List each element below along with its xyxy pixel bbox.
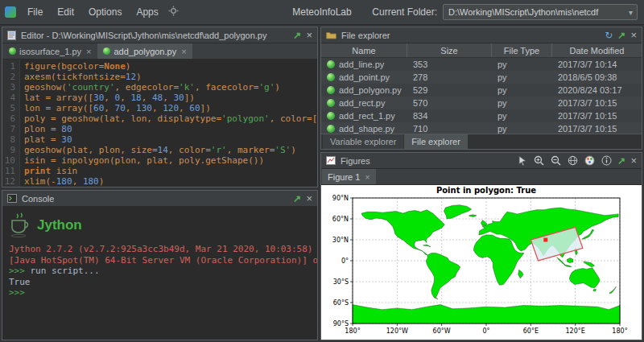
- close-panel-icon[interactable]: ×: [306, 193, 312, 204]
- code-editor[interactable]: 123456789101112 figure(bgcolor=None)axes…: [2, 60, 317, 187]
- code-line: poly = geoshow(lat, lon, displaytype='po…: [24, 113, 317, 124]
- editor-tab-bar: isosurface_1.py×add_polygon.py×: [2, 43, 317, 60]
- code-lines: figure(bgcolor=None)axesm(tickfontsize=1…: [20, 60, 317, 187]
- coffee-cup-icon: [9, 212, 30, 238]
- svg-text:120°W: 120°W: [386, 328, 408, 335]
- zoom-out-icon[interactable]: [550, 155, 562, 167]
- menu-options[interactable]: Options: [81, 5, 129, 19]
- svg-text:180°: 180°: [345, 328, 360, 335]
- code-line: plon = 80: [24, 124, 317, 134]
- console-line: >>>: [9, 287, 311, 299]
- python-file-icon: [327, 125, 335, 133]
- code-line: geoshow('country', edgecolor='k', faceco…: [24, 82, 317, 93]
- editor-tab-add_polygon.py[interactable]: add_polygon.py×: [97, 43, 192, 59]
- svg-text:0°: 0°: [341, 258, 349, 265]
- code-line: xlim(-180, 180): [24, 176, 317, 187]
- console-panel: Console ↗ × Jython Jython 2.7.2 (v2.7.2:…: [2, 190, 318, 340]
- console-banner-line: Jython 2.7.2 (v2.7.2:925a3cc3b49d, Mar 2…: [9, 244, 311, 255]
- table-row[interactable]: add_rect.py570py2017/3/7 10:15: [321, 97, 642, 109]
- console-banner: Jython 2.7.2 (v2.7.2:925a3cc3b49d, Mar 2…: [9, 244, 311, 266]
- float-panel-icon[interactable]: ↗: [617, 31, 625, 40]
- editor-tab-isosurface_1.py[interactable]: isosurface_1.py×: [3, 43, 97, 59]
- svg-text:180°: 180°: [612, 328, 627, 335]
- python-file-icon: [103, 47, 110, 55]
- file-type-cell: py: [492, 109, 552, 122]
- line-number: 7: [2, 124, 15, 134]
- close-panel-icon[interactable]: ×: [630, 155, 637, 166]
- editor-title: Editor - D:\Working\MIScript\Jython\mis\…: [21, 31, 267, 40]
- code-line: geoshow(plat, plon, size=14, color='r', …: [24, 145, 317, 155]
- palette-icon[interactable]: [584, 155, 596, 167]
- zoom-in-icon[interactable]: [533, 155, 545, 167]
- python-file-icon: [9, 47, 16, 55]
- column-header-name[interactable]: Name: [321, 43, 407, 57]
- settings-icon[interactable]: [168, 5, 179, 19]
- file-size-cell: 570: [407, 97, 492, 109]
- column-header-file-type[interactable]: File Type: [492, 43, 552, 57]
- column-header-date-modified[interactable]: Date Modified: [552, 43, 642, 57]
- line-number: 4: [2, 93, 15, 103]
- info-icon[interactable]: [601, 155, 613, 167]
- file-date-cell: 2017/3/7 10:15: [552, 97, 642, 109]
- file-size-cell: 353: [407, 58, 492, 71]
- figures-title: Figures: [341, 156, 370, 166]
- svg-text:30°S: 30°S: [333, 278, 349, 286]
- refresh-icon[interactable]: ↻: [605, 31, 613, 40]
- python-file-icon: [327, 60, 335, 68]
- menu-file[interactable]: File: [20, 5, 50, 19]
- table-row[interactable]: add_rect_1.py834py2017/3/7 10:15: [321, 109, 642, 122]
- console-banner-line: [Java HotSpot(TM) 64-Bit Server VM (Orac…: [9, 255, 311, 266]
- menu-edit[interactable]: Edit: [50, 5, 81, 19]
- close-panel-icon[interactable]: ×: [630, 30, 637, 40]
- close-panel-icon[interactable]: ×: [306, 30, 312, 40]
- tab-close-icon[interactable]: ×: [181, 47, 186, 56]
- file-table-body: add_line.py353py2017/3/7 10:14add_point.…: [321, 58, 642, 134]
- jython-logo: Jython: [9, 209, 311, 241]
- file-type-cell: py: [492, 71, 552, 84]
- line-number: 10: [2, 155, 15, 166]
- tab-label: add_polygon.py: [114, 47, 176, 56]
- file-size-cell: 834: [407, 109, 492, 122]
- line-number: 6: [2, 113, 15, 124]
- table-row[interactable]: add_point.py278py2018/6/5 09:38: [321, 71, 642, 84]
- table-row[interactable]: add_line.py353py2017/3/7 10:14: [321, 58, 642, 71]
- column-header-size[interactable]: Size: [407, 43, 492, 57]
- table-row[interactable]: add_polygon.py529py2020/8/24 03:17: [321, 84, 642, 97]
- file-date-cell: 2017/3/7 10:15: [552, 109, 642, 122]
- current-folder-label: Current Folder:: [372, 6, 437, 18]
- tab-close-icon[interactable]: ×: [86, 47, 91, 56]
- current-folder-combo[interactable]: D:\Working\MIScript\Jython\mis\netcdf ▾: [443, 4, 638, 20]
- tab-close-icon[interactable]: ×: [365, 172, 369, 182]
- svg-text:30°N: 30°N: [332, 237, 349, 244]
- tab-file-explorer[interactable]: File explorer: [404, 134, 468, 149]
- globe-icon[interactable]: [567, 155, 579, 167]
- menu-apps[interactable]: Apps: [129, 5, 165, 19]
- line-number: 5: [2, 103, 15, 113]
- console-output[interactable]: Jython Jython 2.7.2 (v2.7.2:925a3cc3b49d…: [2, 207, 317, 340]
- file-table-header: NameSizeFile TypeDate Modified: [321, 43, 642, 58]
- editor-icon: [7, 31, 16, 40]
- chart-icon: [326, 156, 336, 165]
- float-panel-icon[interactable]: ↗: [293, 194, 301, 204]
- select-arrow-icon[interactable]: [516, 155, 528, 167]
- float-panel-icon[interactable]: ↗: [293, 31, 301, 40]
- file-date-cell: 2017/3/7 10:15: [552, 122, 642, 134]
- code-line: lon = array([60, 70, 130, 120, 60]): [24, 103, 317, 113]
- python-file-icon: [327, 73, 335, 81]
- line-number: 9: [2, 145, 15, 155]
- table-row[interactable]: add_shape.py710py2017/3/7 10:15: [321, 122, 642, 134]
- file-name-cell: add_polygon.py: [321, 84, 407, 97]
- figure-tab[interactable]: Figure 1 ×: [322, 169, 376, 184]
- tab-variable-explorer[interactable]: Variable explorer: [323, 134, 403, 149]
- line-number: 2: [2, 72, 15, 82]
- chevron-down-icon[interactable]: ▾: [629, 8, 633, 17]
- explorer-bottom-tabs: Variable explorerFile explorer: [321, 134, 642, 149]
- python-file-icon: [327, 112, 335, 120]
- file-name-cell: add_rect.py: [321, 97, 407, 109]
- window-title: MeteoInfoLab: [292, 6, 351, 18]
- line-number-gutter: 123456789101112: [2, 60, 20, 187]
- figure-canvas[interactable]: 180°120°W60°W0°60°E120°E180°90°N60°N30°N…: [322, 186, 641, 339]
- float-panel-icon[interactable]: ↗: [617, 156, 625, 166]
- file-explorer-header: File explorer ↻ ↗ ×: [321, 27, 642, 43]
- line-number: 11: [2, 166, 15, 176]
